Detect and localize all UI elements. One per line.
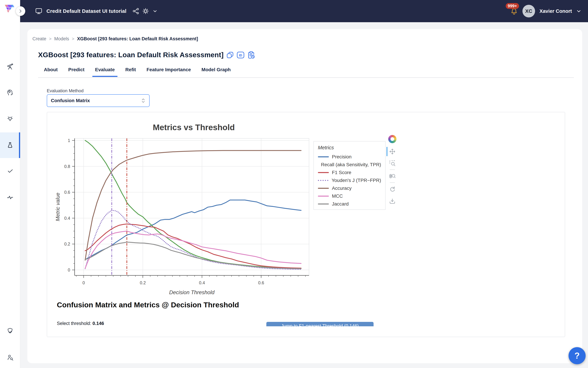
svg-text:0.8: 0.8 <box>64 164 70 169</box>
flask-icon <box>7 142 14 149</box>
bokeh-logo[interactable] <box>388 135 396 143</box>
tab-evaluate[interactable]: Evaluate <box>92 64 117 76</box>
user-name: Xavier Conort <box>540 8 572 14</box>
tabs-divider <box>38 77 574 78</box>
lightbulb-icon <box>7 115 13 122</box>
share-icon[interactable] <box>133 8 139 14</box>
legend-item: Precision <box>318 153 381 161</box>
wheel-zoom-tool[interactable] <box>388 171 397 181</box>
shield-check-icon <box>7 328 13 334</box>
pan-tool[interactable] <box>388 147 397 156</box>
legend-swatch <box>318 172 329 173</box>
id-badge-icon: ID <box>237 51 244 59</box>
tab-about[interactable]: About <box>41 64 61 76</box>
sidebar-item-approvals[interactable] <box>0 161 20 180</box>
legend-label: F1 Score <box>332 170 351 175</box>
svg-text:0: 0 <box>82 280 85 285</box>
telescope-icon <box>7 63 13 70</box>
sidebar-item-explore[interactable] <box>0 57 20 76</box>
history-button[interactable] <box>247 51 255 59</box>
model-tabs: About Predict Evaluate Refit Feature Imp… <box>41 64 233 76</box>
legend-label: Precision <box>332 154 352 160</box>
legend-label: MCC <box>332 193 343 199</box>
sidebar-item-governance[interactable] <box>0 322 20 340</box>
sidebar-item-monitoring[interactable] <box>0 188 20 207</box>
svg-text:0.4: 0.4 <box>64 216 70 221</box>
metrics-vs-threshold-plot[interactable]: 00.20.40.600.20.40.60.81Decision Thresho… <box>47 112 565 300</box>
app-logo[interactable] <box>4 4 15 18</box>
evaluation-method-value: Confusion Matrix <box>51 98 141 103</box>
help-button[interactable]: ? <box>569 347 586 364</box>
legend-swatch <box>318 203 329 205</box>
legend-label: Youden's J (TPR−FPR) <box>331 178 381 183</box>
svg-text:0.4: 0.4 <box>199 280 205 285</box>
tab-refit[interactable]: Refit <box>123 64 139 76</box>
save-icon <box>389 198 396 205</box>
project-menu-chevron-icon[interactable] <box>153 9 157 13</box>
check-icon <box>7 167 13 174</box>
legend-swatch <box>318 156 329 158</box>
confusion-matrix-heading: Confusion Matrix and Metrics @ Decision … <box>57 301 239 309</box>
svg-text:0.2: 0.2 <box>64 242 70 246</box>
chevron-right-icon <box>19 9 22 13</box>
sidebar-expand-button[interactable] <box>16 6 25 16</box>
jump-to-f1-threshold-button[interactable]: Jump to F1-nearest Threshold (0.146) <box>266 322 374 326</box>
copy-name-button[interactable] <box>226 51 234 59</box>
y-axis-label: Metric value <box>55 193 61 221</box>
left-sidebar <box>0 0 20 368</box>
legend-swatch <box>318 187 329 189</box>
sidebar-item-user-admin[interactable] <box>0 348 20 367</box>
gear-icon[interactable] <box>142 8 149 15</box>
svg-text:0: 0 <box>68 267 70 272</box>
user-search-icon <box>7 354 13 361</box>
legend-item: Accuracy <box>318 184 381 192</box>
chart-legend: Metrics PrecisionRecall (aka Sensitivity… <box>313 141 385 210</box>
save-tool[interactable] <box>388 196 397 206</box>
page-title: XGBoost [293 features: Loan Default Risk… <box>38 51 224 59</box>
monitor-icon <box>35 8 42 15</box>
svg-text:1: 1 <box>68 138 70 143</box>
tab-feature-importance[interactable]: Feature Importance <box>144 64 194 76</box>
sidebar-item-insights[interactable] <box>0 109 20 128</box>
evaluation-method-select[interactable]: Confusion Matrix <box>47 94 150 107</box>
legend-swatch <box>318 180 329 181</box>
toolbar-divider <box>390 169 395 170</box>
breadcrumb: Create > Models > XGBoost [293 features:… <box>32 36 198 42</box>
user-menu-chevron-icon[interactable] <box>576 9 581 13</box>
notifications-bell[interactable]: 999+ <box>510 7 518 15</box>
reset-icon <box>389 186 396 192</box>
clipboard-clock-icon <box>247 51 255 59</box>
tab-predict[interactable]: Predict <box>66 64 87 76</box>
sidebar-item-experiments[interactable] <box>0 132 20 158</box>
app-screen: Credit Default Dataset UI tutorial <box>0 0 588 368</box>
pan-icon <box>389 148 396 155</box>
legend-item: MCC <box>318 192 381 200</box>
activity-icon <box>7 194 13 201</box>
legend-title: Metrics <box>318 145 381 150</box>
notification-badge: 999+ <box>506 3 519 9</box>
legend-label: Recall (aka Sensitivity, TPR) <box>321 162 381 167</box>
legend-swatch <box>318 195 329 197</box>
legend-item: Jaccard <box>318 200 381 208</box>
breadcrumb-create[interactable]: Create <box>32 36 46 42</box>
app-logo-icon <box>4 4 15 18</box>
legend-label: Jaccard <box>332 201 349 207</box>
svg-text:ID: ID <box>239 53 242 57</box>
box-zoom-icon <box>389 160 396 166</box>
box-zoom-tool[interactable] <box>388 158 397 168</box>
sidebar-item-ai[interactable] <box>0 83 20 102</box>
page-title-row: XGBoost [293 features: Loan Default Risk… <box>38 51 255 59</box>
top-navbar: Credit Default Dataset UI tutorial <box>20 0 588 22</box>
svg-text:0.6: 0.6 <box>64 190 70 195</box>
reset-tool[interactable] <box>388 184 397 194</box>
bokeh-toolbar <box>387 135 398 206</box>
breadcrumb-current: XGBoost [293 features: Loan Default Risk… <box>77 36 198 42</box>
tab-model-graph[interactable]: Model Graph <box>199 64 233 76</box>
project-title: Credit Default Dataset UI tutorial <box>46 8 126 14</box>
copy-id-button[interactable]: ID <box>237 51 244 59</box>
breadcrumb-models[interactable]: Models <box>54 36 69 42</box>
avatar[interactable]: XC <box>522 5 535 18</box>
ai-head-icon <box>7 89 13 96</box>
svg-text:0.6: 0.6 <box>258 280 264 285</box>
embed-clip-region: Jump to F1-nearest Threshold (0.146) <box>47 322 564 326</box>
